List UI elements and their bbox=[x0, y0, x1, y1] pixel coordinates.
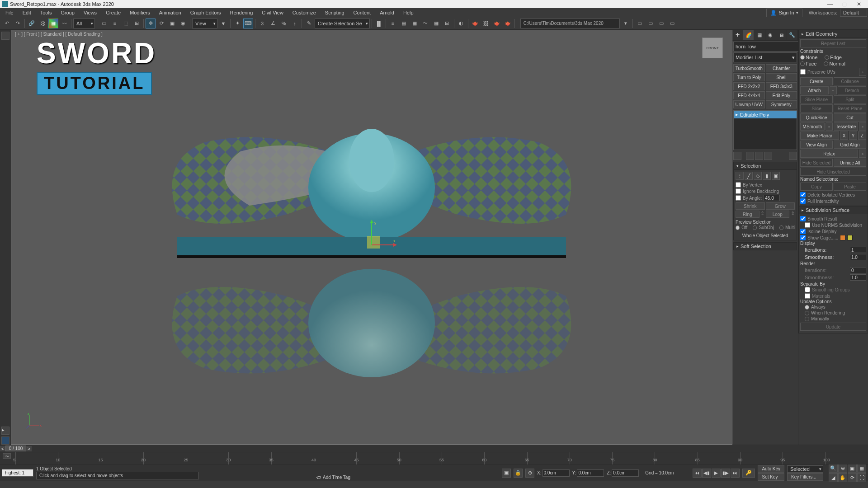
split-button[interactable]: Split bbox=[834, 95, 866, 103]
menu-rendering[interactable]: Rendering bbox=[226, 9, 258, 16]
reset-layout-button[interactable]: ▭ bbox=[635, 19, 645, 28]
cage-color2[interactable] bbox=[847, 235, 853, 240]
menu-civil-view[interactable]: Civil View bbox=[257, 9, 288, 16]
attach-button[interactable]: Attach bbox=[800, 86, 829, 94]
select-by-name-button[interactable]: ≡ bbox=[110, 19, 120, 28]
constraint-edge[interactable] bbox=[825, 55, 829, 60]
save-scene-button[interactable]: ▭ bbox=[646, 19, 656, 28]
mod-symmetry[interactable]: Symmetry bbox=[766, 100, 797, 108]
menu-graph-editors[interactable]: Graph Editors bbox=[186, 9, 226, 16]
mod-turbosmooth[interactable]: TurboSmooth bbox=[733, 64, 765, 72]
keyboard-shortcut-button[interactable]: ⌨ bbox=[243, 19, 253, 28]
menu-customize[interactable]: Customize bbox=[288, 9, 321, 16]
soft-selection-rollout[interactable]: Soft Selection bbox=[733, 242, 797, 250]
sep-materials-check[interactable] bbox=[805, 293, 810, 299]
setkey-button[interactable]: Set Key bbox=[758, 473, 784, 481]
window-crossing-button[interactable]: ⊞ bbox=[132, 19, 142, 28]
snap-toggle-button[interactable]: 3 bbox=[257, 19, 267, 28]
y-coord[interactable] bbox=[577, 469, 604, 477]
motion-tab[interactable]: ◉ bbox=[765, 30, 776, 40]
hide-selected-button[interactable]: Hide Selected bbox=[800, 159, 833, 167]
dope-sheet-button[interactable]: ▦ bbox=[431, 19, 441, 28]
quickslice-button[interactable]: QuickSlice bbox=[800, 113, 833, 122]
minimize-button[interactable]: — bbox=[823, 0, 837, 8]
modifier-stack[interactable]: ▸Editable Poly bbox=[733, 110, 797, 150]
layer-explorer-button[interactable]: ▤ bbox=[399, 19, 409, 28]
planar-z[interactable]: Z bbox=[858, 131, 866, 140]
relax-button[interactable]: Relax bbox=[800, 150, 858, 158]
schematic-button[interactable]: 〰 bbox=[59, 19, 69, 28]
key-mode-button[interactable]: 🔑 bbox=[742, 469, 755, 478]
time-prev[interactable]: < bbox=[0, 446, 5, 451]
zoom-all-button[interactable]: ⊕ bbox=[838, 464, 847, 473]
display-iterations[interactable] bbox=[850, 247, 866, 253]
show-cage-check[interactable] bbox=[800, 235, 806, 240]
grid-align-button[interactable]: Grid Align bbox=[834, 141, 866, 149]
prev-frame[interactable]: ◀▮ bbox=[702, 469, 711, 478]
edit-geometry-header[interactable]: Edit Geometry bbox=[798, 30, 868, 38]
collapse-button[interactable]: Collapse bbox=[834, 77, 866, 85]
viewport[interactable]: [ + ] [ Front ] [ Standard ] [ Default S… bbox=[11, 30, 732, 445]
rendered-frame-button[interactable]: 🖼 bbox=[481, 19, 491, 28]
project-path-field[interactable]: C:\Users\Tim\Documents\3ds Max 2020 bbox=[520, 19, 620, 28]
nurms-check[interactable] bbox=[805, 222, 810, 228]
menu-help[interactable]: Help bbox=[399, 9, 418, 16]
mini-curve-button[interactable]: 〜 bbox=[3, 453, 11, 459]
border-subobj[interactable]: ◇ bbox=[754, 172, 762, 180]
maxscript-mini[interactable]: highest: 1 bbox=[2, 469, 33, 477]
select-scale-button[interactable]: ▣ bbox=[167, 19, 177, 28]
vertex-subobj[interactable]: ⋮ bbox=[736, 172, 744, 180]
display-smoothness[interactable] bbox=[850, 254, 866, 260]
preserve-uv-settings[interactable]: ▫ bbox=[859, 68, 866, 76]
unlink-button[interactable]: ⛓ bbox=[38, 19, 47, 28]
render-iterate-button[interactable]: 🫖 bbox=[503, 19, 513, 28]
layer-button[interactable]: ▭ bbox=[667, 19, 677, 28]
by-vertex-check[interactable] bbox=[736, 182, 741, 188]
remove-modifier-button[interactable] bbox=[764, 152, 772, 160]
selection-lock-button[interactable]: 🔒 bbox=[514, 469, 523, 478]
select-move-button[interactable]: ✥ bbox=[146, 19, 156, 28]
render-iterations[interactable] bbox=[850, 267, 866, 273]
tessellate-button[interactable]: Tessellate bbox=[834, 122, 858, 131]
schematic-view-button[interactable]: ⊞ bbox=[442, 19, 452, 28]
detach-button[interactable]: Detach bbox=[838, 86, 866, 94]
update-button[interactable]: Update bbox=[800, 323, 866, 331]
align-button[interactable]: ≡ bbox=[388, 19, 398, 28]
make-unique-button[interactable] bbox=[755, 152, 763, 160]
object-name-field[interactable] bbox=[733, 42, 800, 52]
goto-end[interactable]: ⏭ bbox=[731, 469, 740, 478]
select-place-button[interactable]: ◉ bbox=[178, 19, 188, 28]
create-tab[interactable]: ✚ bbox=[732, 30, 743, 40]
shrink-button[interactable]: Shrink bbox=[736, 202, 765, 210]
time-handle[interactable]: 0 / 100 bbox=[5, 446, 26, 451]
by-angle-check[interactable] bbox=[736, 195, 741, 201]
constraint-normal[interactable] bbox=[824, 61, 828, 66]
preview-multi-radio[interactable] bbox=[779, 225, 783, 230]
update-manually-radio[interactable] bbox=[805, 317, 809, 321]
element-subobj[interactable]: ▣ bbox=[772, 172, 780, 180]
select-manipulate-button[interactable]: ✦ bbox=[232, 19, 242, 28]
render-smoothness[interactable] bbox=[850, 274, 866, 281]
isoline-check[interactable] bbox=[800, 229, 806, 234]
angle-value[interactable] bbox=[764, 195, 780, 201]
edit-named-sel-button[interactable]: ✎ bbox=[304, 19, 314, 28]
preview-subobj-radio[interactable] bbox=[753, 225, 757, 230]
ring-button[interactable]: Ring bbox=[736, 211, 760, 218]
selection-filter-dropdown[interactable]: All bbox=[73, 19, 95, 28]
unhide-button[interactable]: Unhide All bbox=[834, 159, 866, 167]
copy-named-button[interactable]: Copy bbox=[800, 183, 833, 191]
curve-editor-button[interactable]: 〜 bbox=[420, 19, 430, 28]
view-align-button[interactable]: View Align bbox=[800, 141, 833, 149]
menu-views[interactable]: Views bbox=[79, 9, 101, 16]
percent-snap-button[interactable]: % bbox=[279, 19, 289, 28]
next-frame[interactable]: ▮▶ bbox=[721, 469, 730, 478]
pan-button[interactable]: ✋ bbox=[838, 473, 847, 482]
spinner-snap-button[interactable]: ↕ bbox=[290, 19, 300, 28]
goto-start[interactable]: ⏮ bbox=[693, 469, 702, 478]
isolate-selection-button[interactable]: ▣ bbox=[502, 469, 511, 478]
update-always-radio[interactable] bbox=[805, 305, 809, 310]
redo-button[interactable]: ↷ bbox=[13, 19, 23, 28]
ignore-backfacing-check[interactable] bbox=[736, 188, 741, 194]
reset-plane-button[interactable]: Reset Plane bbox=[834, 104, 866, 113]
mod-ffd444[interactable]: FFD 4x4x4 bbox=[733, 91, 765, 99]
